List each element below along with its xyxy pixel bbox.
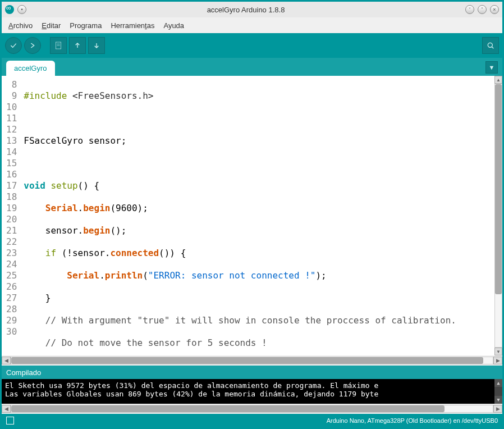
code-editor[interactable]: 8910111213141516171819202122232425262728… [2,76,494,355]
menu-file[interactable]: Archivo [4,19,37,32]
editor-vertical-scrollbar[interactable]: ▲ ▼ [494,76,502,355]
menu-tools[interactable]: Herramientas [106,19,159,32]
scroll-thumb-h[interactable] [11,405,445,412]
app-icon [5,5,14,14]
scroll-thumb[interactable] [495,84,502,294]
editor-horizontal-scrollbar[interactable]: ◀ ▶ [2,355,502,366]
scroll-right-arrow[interactable]: ▶ [493,357,502,364]
maximize-button[interactable]: ˆ [478,5,487,14]
scroll-down-arrow[interactable]: ▼ [494,396,502,404]
menu-program[interactable]: Programa [65,19,106,32]
output-console[interactable]: El Sketch usa 9572 bytes (31%) del espac… [2,379,502,404]
menu-file-label: rchivo [13,21,33,30]
verify-button[interactable] [5,37,22,54]
window-title: accelGyro Arduino 1.8.8 [30,6,462,14]
tab-bar: accelGyro ▼ [2,58,502,76]
status-bar: Compilado [2,366,502,379]
new-sketch-button[interactable] [50,37,67,54]
window-pin-button[interactable]: • [17,5,26,14]
line-ending-icon[interactable] [6,417,14,425]
scroll-thumb-h[interactable] [11,357,483,364]
title-bar: • accelGyro Arduino 1.8.8 ˇ ˆ × [2,2,502,17]
menu-bar: Archivo Editar Programa Herramientas Ayu… [2,17,502,33]
sketch-tab[interactable]: accelGyro [6,61,55,76]
scroll-down-arrow[interactable]: ▼ [494,348,502,355]
console-vertical-scrollbar[interactable]: ▲ ▼ [494,379,502,404]
line-gutter: 8910111213141516171819202122232425262728… [2,76,19,355]
toolbar [2,33,502,58]
menu-edit-label: ditar [47,21,61,30]
svg-line-4 [492,47,493,48]
status-text: Compilado [6,368,41,377]
console-horizontal-scrollbar[interactable]: ◀ ▶ [2,404,502,414]
minimize-button[interactable]: ˇ [465,5,474,14]
scroll-right-arrow[interactable]: ▶ [493,405,502,413]
console-line: El Sketch usa 9572 bytes (31%) del espac… [5,381,499,390]
menu-help[interactable]: Ayuda [159,19,189,32]
serial-monitor-button[interactable] [482,37,499,54]
tab-menu-button[interactable]: ▼ [485,61,498,74]
scroll-up-arrow[interactable]: ▲ [494,76,502,84]
close-button[interactable]: × [490,5,499,14]
scroll-up-arrow[interactable]: ▲ [494,379,502,387]
menu-edit[interactable]: Editar [37,19,65,32]
upload-button[interactable] [24,37,41,54]
scroll-left-arrow[interactable]: ◀ [2,357,11,364]
board-info: Arduino Nano, ATmega328P (Old Bootloader… [327,417,498,424]
save-sketch-button[interactable] [88,37,105,54]
code-content[interactable]: #include <FreeSensors.h> FSaccelGyro sen… [19,76,461,355]
footer-bar: Arduino Nano, ATmega328P (Old Bootloader… [2,414,502,427]
open-sketch-button[interactable] [69,37,86,54]
scroll-left-arrow[interactable]: ◀ [2,405,11,413]
console-line: Las variables Globales usan 869 bytes (4… [5,390,499,398]
